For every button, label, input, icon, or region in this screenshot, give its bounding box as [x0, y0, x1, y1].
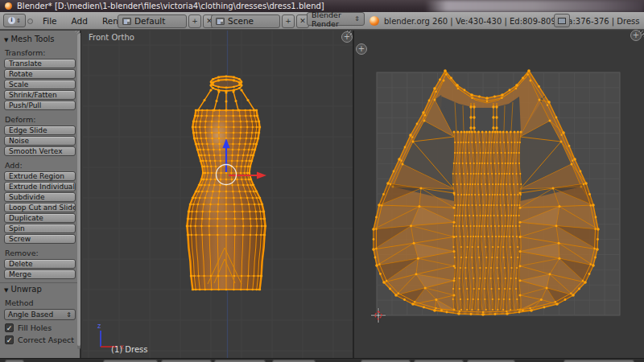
- tool-button-extrude-region[interactable]: Extrude Region: [4, 171, 76, 181]
- add-scene-button[interactable]: +: [282, 14, 295, 28]
- blender-logo-icon: [5, 2, 12, 10]
- blender-window: Blender* [D:\medien\1-blender\files\vict…: [0, 0, 644, 362]
- scene-field[interactable]: Scene: [211, 14, 280, 28]
- svg-text:z: z: [97, 323, 101, 330]
- tool-button-edge-slide[interactable]: Edge Slide: [4, 125, 76, 135]
- info-editor-icon: i: [8, 17, 15, 24]
- tool-button-loop-cut-and-slide[interactable]: Loop Cut and Slide: [4, 203, 76, 212]
- render-engine-select[interactable]: Blender Render ⇕: [307, 12, 365, 26]
- uv-canvas[interactable]: [354, 31, 644, 358]
- bottom-header-cutoff: [0, 358, 644, 362]
- viewport-3d[interactable]: xz Front Ortho (1) Dress: [83, 31, 353, 358]
- scene-group: Scene + ✕: [211, 12, 309, 30]
- field-label-method: Method: [5, 298, 76, 307]
- scene-icon: [216, 18, 225, 25]
- updown-arrows-icon: ⇕: [16, 18, 21, 24]
- screen-layout-value: Default: [134, 16, 165, 26]
- tool-button-subdivide[interactable]: Subdivide: [4, 192, 76, 202]
- tool-button-push-pull[interactable]: Push/Pull: [4, 101, 76, 110]
- panel-open-icon: ▼: [4, 37, 8, 43]
- info-header: i ⇕ FileAddRenderHelp Default + ✕ Scene …: [0, 12, 644, 30]
- checkbox-fill-holes[interactable]: ✓Fill Holes: [5, 323, 76, 332]
- tool-button-smooth-vertex[interactable]: Smooth Vertex: [4, 146, 76, 156]
- tool-button-duplicate[interactable]: Duplicate: [4, 213, 76, 223]
- active-object-label: (1) Dress: [111, 345, 148, 354]
- tool-shelf: ▼Mesh ToolsTransform:TranslateRotateScal…: [0, 31, 81, 358]
- view-name-label: Front Ortho: [89, 33, 134, 42]
- panel-header-mesh-tools[interactable]: ▼Mesh Tools: [4, 35, 76, 43]
- tool-button-merge[interactable]: Merge: [4, 269, 76, 279]
- tool-button-scale[interactable]: Scale: [4, 80, 76, 89]
- tool-button-rotate[interactable]: Rotate: [4, 69, 76, 79]
- screen-layout-group: Default + ✕: [118, 12, 216, 30]
- tool-button-spin[interactable]: Spin: [4, 224, 76, 233]
- editor-type-selector[interactable]: i ⇕: [3, 14, 26, 27]
- scene-statistics: blender.org 260 | Ve:430-430 | Ed:809-80…: [384, 12, 640, 30]
- tool-button-screw[interactable]: Screw: [4, 234, 76, 244]
- window-controls-area: [425, 0, 644, 12]
- updown-arrows-icon: ⇕: [354, 15, 360, 23]
- screen-layout-icon: [122, 18, 131, 25]
- checkbox-correct-aspect[interactable]: ✓Correct Aspect: [5, 335, 76, 344]
- screen-layout-field[interactable]: Default: [118, 14, 187, 28]
- method-select[interactable]: Angle Based⇕: [4, 309, 76, 320]
- group-label-transform: Transform:: [5, 48, 76, 57]
- window-title: Blender* [D:\medien\1-blender\files\vict…: [17, 0, 324, 12]
- group-label-remove: Remove:: [5, 249, 76, 257]
- viewport-3d-canvas[interactable]: xz: [83, 31, 353, 358]
- menu-add[interactable]: Add: [64, 16, 95, 26]
- area-splitter[interactable]: [353, 31, 354, 358]
- menu-file[interactable]: File: [35, 16, 64, 26]
- uv-image-editor[interactable]: [354, 31, 644, 358]
- tool-button-extrude-individual[interactable]: Extrude Individual: [4, 182, 76, 191]
- tool-button-noise[interactable]: Noise: [4, 136, 76, 146]
- panel-open-icon: ▼: [4, 287, 8, 294]
- tool-shelf-scrollbar[interactable]: [77, 34, 80, 349]
- tool-button-shrink-fatten[interactable]: Shrink/Fatten: [4, 90, 76, 100]
- group-label-deform: Deform:: [5, 115, 76, 124]
- tool-button-delete[interactable]: Delete: [4, 259, 76, 269]
- scene-value: Scene: [228, 16, 254, 26]
- collapse-menus-toggle[interactable]: [27, 19, 33, 24]
- add-layout-button[interactable]: +: [188, 14, 201, 28]
- blender-version-icon: [369, 16, 379, 26]
- window-fullscreen-icon[interactable]: [554, 14, 570, 27]
- tool-button-translate[interactable]: Translate: [4, 59, 76, 68]
- panel-header-unwrap[interactable]: ▼Unwrap: [4, 285, 76, 294]
- collapse-region-button[interactable]: +: [356, 43, 367, 55]
- render-engine-value: Blender Render: [312, 10, 351, 28]
- group-label-add: Add:: [5, 161, 76, 170]
